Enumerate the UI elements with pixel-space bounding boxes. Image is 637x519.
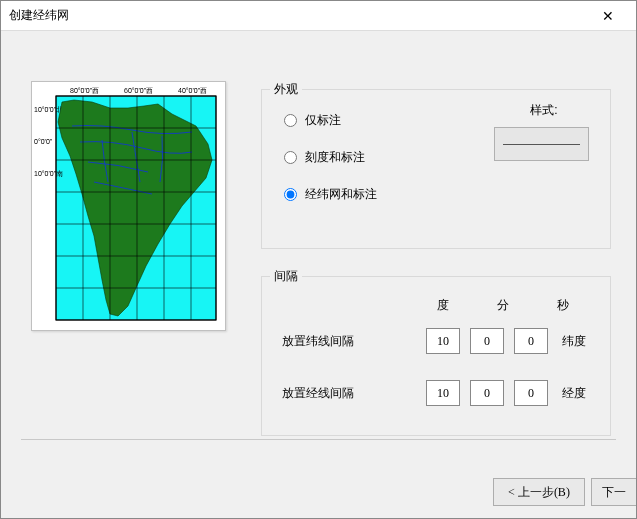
map-tick-left-0: 10°0'0"北 bbox=[34, 106, 63, 113]
map-preview: 80°0'0"西 60°0'0"西 40°0'0"西 10°0'0"北 0°0'… bbox=[31, 81, 226, 331]
window-title: 创建经纬网 bbox=[9, 7, 588, 24]
lon-row-label: 放置经线间隔 bbox=[276, 385, 416, 402]
map-tick-top-2: 40°0'0"西 bbox=[178, 87, 207, 94]
title-bar: 创建经纬网 ✕ bbox=[1, 1, 636, 31]
style-label: 样式: bbox=[494, 102, 594, 119]
radio-ticks-and-labels-input[interactable] bbox=[284, 151, 297, 164]
map-tick-left-2: 10°0'0"南 bbox=[34, 170, 63, 177]
radio-grid-and-labels-text: 经纬网和标注 bbox=[305, 186, 377, 203]
next-button[interactable]: 下一 bbox=[591, 478, 636, 506]
radio-grid-and-labels[interactable]: 经纬网和标注 bbox=[284, 186, 596, 203]
header-minutes: 分 bbox=[486, 297, 520, 314]
map-tick-top-1: 60°0'0"西 bbox=[124, 87, 153, 94]
lon-min-input[interactable] bbox=[470, 380, 504, 406]
lat-min-input[interactable] bbox=[470, 328, 504, 354]
back-button[interactable]: < 上一步(B) bbox=[493, 478, 585, 506]
radio-label-only-text: 仅标注 bbox=[305, 112, 341, 129]
dialog-window: 创建经纬网 ✕ 80°0'0"西 60°0'0"西 40°0'0"西 10°0'… bbox=[0, 0, 637, 519]
separator-line bbox=[21, 439, 616, 440]
lat-row-label: 放置纬线间隔 bbox=[276, 333, 416, 350]
interval-headers: 度 分 秒 bbox=[426, 297, 596, 314]
lon-unit: 经度 bbox=[562, 385, 586, 402]
lat-unit: 纬度 bbox=[562, 333, 586, 350]
style-swatch[interactable] bbox=[494, 127, 589, 161]
header-seconds: 秒 bbox=[546, 297, 580, 314]
map-svg: 80°0'0"西 60°0'0"西 40°0'0"西 10°0'0"北 0°0'… bbox=[32, 82, 225, 330]
header-degrees: 度 bbox=[426, 297, 460, 314]
radio-label-only-input[interactable] bbox=[284, 114, 297, 127]
groupbox-appearance: 外观 仅标注 刻度和标注 经纬网和标注 样式: bbox=[261, 89, 611, 249]
interval-legend: 间隔 bbox=[270, 268, 302, 285]
lat-deg-input[interactable] bbox=[426, 328, 460, 354]
close-icon[interactable]: ✕ bbox=[588, 2, 628, 30]
lon-deg-input[interactable] bbox=[426, 380, 460, 406]
interval-row-lon: 放置经线间隔 经度 bbox=[276, 380, 596, 406]
lat-sec-input[interactable] bbox=[514, 328, 548, 354]
radio-ticks-and-labels-text: 刻度和标注 bbox=[305, 149, 365, 166]
radio-grid-and-labels-input[interactable] bbox=[284, 188, 297, 201]
interval-row-lat: 放置纬线间隔 纬度 bbox=[276, 328, 596, 354]
map-tick-left-1: 0°0'0" bbox=[34, 138, 53, 145]
dialog-content: 80°0'0"西 60°0'0"西 40°0'0"西 10°0'0"北 0°0'… bbox=[1, 31, 636, 461]
wizard-buttons: < 上一步(B) 下一 bbox=[493, 478, 636, 506]
groupbox-interval: 间隔 度 分 秒 放置纬线间隔 纬度 放置经线间隔 经度 bbox=[261, 276, 611, 436]
map-tick-top-0: 80°0'0"西 bbox=[70, 87, 99, 94]
appearance-legend: 外观 bbox=[270, 81, 302, 98]
lon-sec-input[interactable] bbox=[514, 380, 548, 406]
style-block: 样式: bbox=[494, 102, 594, 161]
